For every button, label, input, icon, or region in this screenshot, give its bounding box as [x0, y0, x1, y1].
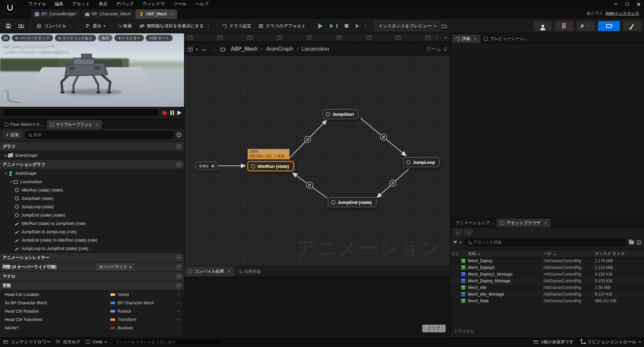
asset-row-mech-deploy1[interactable]: Mech_Deploy1 /All/Game/ControlRig 1.123 …: [451, 264, 644, 271]
graph-tool-icon[interactable]: [307, 36, 312, 40]
perspective-pill[interactable]: パースペクティブ: [12, 35, 53, 41]
visibility-toggle-icon[interactable]: [177, 300, 180, 306]
visibility-toggle-icon[interactable]: [177, 308, 180, 314]
hide-unrelated-options-icon[interactable]: [206, 23, 210, 28]
results-search-input[interactable]: [244, 269, 446, 274]
class-defaults-button[interactable]: クラスのデフォルト: [256, 21, 309, 31]
pause-button[interactable]: [170, 110, 174, 115]
add-macro-button[interactable]: [176, 274, 181, 279]
debug-object-icon[interactable]: [442, 24, 447, 28]
menu-help[interactable]: ヘルプ: [191, 0, 213, 8]
add-variable-button[interactable]: [176, 283, 181, 288]
graph-canvas[interactable]: ABP_Mech AnimGraph Locomotion ズーム -2: [184, 42, 450, 266]
settings-gear-icon[interactable]: [637, 240, 641, 245]
nav-back-icon[interactable]: [201, 45, 207, 53]
tree-item-state-idle-run[interactable]: Idle/Run (state) (state): [0, 186, 184, 194]
variable-row-head-ctrl-location[interactable]: Head Ctrl Location Vector: [0, 290, 184, 299]
asset-search-input[interactable]: [473, 240, 623, 245]
add-animation-layer-button[interactable]: [176, 255, 181, 260]
hide-unrelated-button[interactable]: 無関係な項目を非表示にする: [136, 21, 214, 31]
my-blueprint-search-input[interactable]: [34, 132, 170, 137]
tree-item-state-jumpend[interactable]: JumpEnd (state) (state): [0, 211, 184, 219]
section-graphs[interactable]: グラフ: [0, 142, 184, 151]
persona-mode-animation-button[interactable]: [577, 21, 595, 31]
tree-item-rule-jumpstart-jumploop[interactable]: JumpStart to JumpLoop (rule): [0, 228, 184, 236]
tab-animation-preview[interactable]: アニメーションプ...: [452, 219, 497, 227]
entry-node[interactable]: Entry: [196, 161, 218, 170]
tab-preview-scene[interactable]: プレビューシーン...: [480, 34, 531, 43]
graph-tool-icon[interactable]: [395, 36, 401, 40]
asset-row-mech-deploy1-montage[interactable]: Mech_Deploy1_Montage /All/Game/ControlRi…: [451, 271, 644, 278]
lod-pill[interactable]: LOD オート: [146, 35, 173, 41]
close-button[interactable]: [633, 0, 644, 8]
state-node-idle-run[interactable]: Idle/Run (state): [248, 161, 294, 171]
add-function-button[interactable]: [176, 265, 181, 270]
columns-icon[interactable]: [453, 252, 458, 256]
section-functions[interactable]: 関数 (4 オーバーライド可能) オーバーライド: [0, 263, 184, 271]
graph-tool-icon[interactable]: [217, 36, 223, 40]
graph-tool-icon[interactable]: [247, 36, 253, 40]
breadcrumb-abp-mech[interactable]: ABP_Mech: [231, 46, 258, 52]
folder-icon[interactable]: [629, 241, 634, 244]
tree-item-rule-idlerun-jumpstart[interactable]: Idle/Run (state) to JumpStart (rule): [0, 219, 184, 228]
variable-row-head-ctrl-transform[interactable]: Head Ctrl Transform Transform: [0, 315, 184, 324]
section-variables[interactable]: 変数: [0, 281, 184, 290]
clear-button[interactable]: クリア: [422, 325, 446, 332]
visibility-toggle-icon[interactable]: [177, 317, 180, 322]
tab-details[interactable]: 詳細: [452, 34, 480, 43]
asset-row-mech-deploy[interactable]: Mech_Deploy /All/Game/ControlRig 2.176 M…: [451, 258, 644, 264]
add-animation-graph-button[interactable]: [176, 162, 181, 167]
collapse-caret-icon[interactable]: [9, 180, 13, 184]
state-node-jumpend[interactable]: JumpEnd (state): [328, 197, 376, 207]
paint-mode-button[interactable]: [623, 21, 641, 31]
compile-button[interactable]: コンパイル: [33, 21, 76, 31]
preview-instance-dropdown[interactable]: インスタンスをプレビュー: [374, 21, 440, 31]
tree-item-eventgraph[interactable]: EventGraph: [0, 151, 184, 159]
graph-tool-icon[interactable]: [366, 36, 371, 40]
tree-item-rule-jumpend-idlerun[interactable]: JumpEnd (state) to Idle/Run (state) (rul…: [0, 236, 184, 244]
column-name[interactable]: 名前: [468, 251, 543, 257]
add-graph-button[interactable]: [176, 144, 181, 149]
menu-view[interactable]: 表示: [94, 0, 112, 8]
tab-bp-curvedbridge[interactable]: BP_CurvedBridge*: [31, 9, 80, 19]
viewport-menu-icon[interactable]: [1, 35, 10, 41]
variable-row-isinair[interactable]: IsInAir? Boolean: [0, 324, 184, 332]
persona-mode-skeleton-button[interactable]: [555, 21, 573, 31]
tab-bp-character-mech[interactable]: BP_Character_Mech: [81, 9, 135, 19]
visibility-toggle-icon[interactable]: [177, 325, 180, 331]
persona-mode-graph-button[interactable]: [598, 21, 620, 31]
revision-control-button[interactable]: リビジョンコントロール: [581, 339, 641, 345]
play-options-icon[interactable]: [363, 23, 368, 28]
tab-close-icon[interactable]: [544, 221, 547, 226]
chevron-down-icon[interactable]: [196, 47, 198, 51]
section-animation-layers[interactable]: アニメーションレイヤー: [0, 253, 184, 262]
persona-mode-mesh-button[interactable]: [534, 21, 552, 31]
asset-row-mech-idle-montage[interactable]: Mech_Idle_Montage /All/Game/ControlRig 9…: [451, 291, 644, 298]
console-command-field[interactable]: [112, 338, 222, 346]
asset-search[interactable]: [464, 238, 626, 246]
filter-icon[interactable]: [453, 241, 457, 244]
tree-item-animgraph[interactable]: AnimGraph: [0, 169, 184, 178]
state-node-jumploop[interactable]: JumpLoop: [403, 157, 440, 167]
tab-pose-watch[interactable]: Pose Watchマネ...: [1, 120, 47, 129]
tab-close-icon[interactable]: [228, 269, 230, 274]
play-button[interactable]: [315, 21, 326, 31]
graph-tool-icon[interactable]: [188, 36, 193, 40]
graph-tool-icon[interactable]: [336, 36, 342, 40]
tab-abp-mech[interactable]: ABP_Mech: [135, 9, 177, 19]
collapse-caret-icon[interactable]: [4, 172, 8, 175]
menu-asset[interactable]: アセット: [68, 0, 94, 8]
section-animation-graphs[interactable]: アニメーショングラフ: [0, 160, 184, 169]
column-path[interactable]: パス: [543, 251, 595, 257]
tree-item-state-jumpstart[interactable]: JumpStart (state): [0, 194, 184, 203]
asset-row-mech-idle[interactable]: Mech_Idle /All/Game/ControlRig 1.58 MiB: [451, 284, 644, 291]
record-button[interactable]: [162, 110, 167, 115]
expand-caret-icon[interactable]: [4, 154, 8, 157]
diff-button[interactable]: 差分: [83, 21, 109, 31]
menu-window[interactable]: ウィンドウ: [138, 0, 169, 8]
menu-debug[interactable]: デバッグ: [112, 0, 138, 8]
transition-rule-node[interactable]: [305, 136, 311, 143]
find-button[interactable]: 検索: [115, 21, 135, 31]
panel-close-icon[interactable]: [444, 35, 447, 40]
save-button[interactable]: [3, 21, 14, 31]
